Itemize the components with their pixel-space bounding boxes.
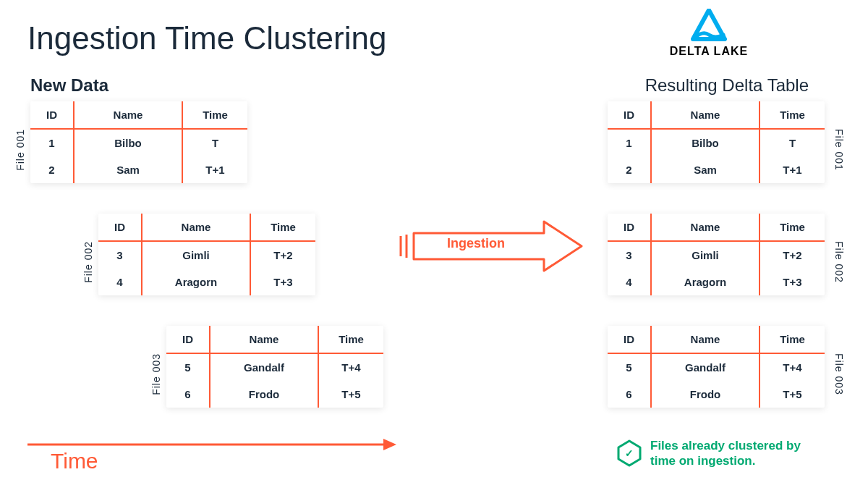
cell-time: T+2 [250,241,315,269]
cell-name: Aragorn [142,269,250,295]
result-card-1: ID Name Time 1 Bilbo T 2 Sam T+1 [608,101,825,183]
data-table: ID Name Time 5 Gandalf T+4 6 Frodo T+5 [608,326,825,408]
cell-id: 2 [608,156,651,183]
col-name: Name [651,214,760,241]
cell-id: 6 [608,381,651,408]
col-time: Time [760,214,825,241]
delta-lake-logo-text: DELTA LAKE [637,45,781,58]
cell-id: 6 [166,381,210,408]
col-time: Time [318,326,383,353]
col-time: Time [182,101,247,129]
cell-id: 4 [608,269,651,295]
col-name: Name [74,101,182,129]
cell-time: T+5 [318,381,383,408]
cell-time: T+3 [760,269,825,295]
cell-id: 3 [608,241,651,269]
file-label-right-2: File 002 [833,241,845,283]
cell-time: T+1 [182,156,247,183]
cell-name: Gandalf [651,353,760,381]
cell-time: T+2 [760,241,825,269]
col-id: ID [608,101,651,129]
col-id: ID [30,101,74,129]
cell-time: T+4 [760,353,825,381]
cell-name: Gimli [651,241,760,269]
file-label-left-2: File 002 [82,241,94,283]
cell-name: Aragorn [651,269,760,295]
cell-name: Bilbo [74,129,182,156]
cell-id: 4 [98,269,142,295]
hexagon-check-icon: ✓ [617,439,642,467]
cell-name: Gimli [142,241,250,269]
cell-id: 1 [608,129,651,156]
result-card-3: ID Name Time 5 Gandalf T+4 6 Frodo T+5 [608,326,825,408]
file-label-right-1: File 001 [833,129,845,171]
resulting-table-heading: Resulting Delta Table [645,75,809,96]
svg-text:✓: ✓ [625,447,634,459]
new-data-heading: New Data [30,75,109,96]
table-row: 6 Frodo T+5 [608,381,825,408]
data-table: ID Name Time 1 Bilbo T 2 Sam T+1 [30,101,247,183]
table-row: 5 Gandalf T+4 [166,353,383,381]
table-row: 1 Bilbo T [608,129,825,156]
col-name: Name [651,326,760,353]
file-label-right-3: File 003 [833,353,845,395]
col-id: ID [166,326,210,353]
col-time: Time [760,101,825,129]
table-row: 3 Gimli T+2 [98,241,315,269]
delta-lake-logo: DELTA LAKE [637,9,781,58]
time-axis-label: Time [51,449,98,473]
cell-name: Gandalf [210,353,318,381]
col-id: ID [98,214,142,241]
table-row: 4 Aragorn T+3 [608,269,825,295]
cell-id: 5 [608,353,651,381]
col-name: Name [210,326,318,353]
cell-id: 5 [166,353,210,381]
data-table: ID Name Time 5 Gandalf T+4 6 Frodo T+5 [166,326,383,408]
table-row: 2 Sam T+1 [30,156,247,183]
table-row: 6 Frodo T+5 [166,381,383,408]
col-id: ID [608,214,651,241]
cell-name: Sam [651,156,760,183]
table-row: 3 Gimli T+2 [608,241,825,269]
col-id: ID [608,326,651,353]
table-row: 4 Aragorn T+3 [98,269,315,295]
file-label-left-1: File 001 [14,129,26,171]
result-card-2: ID Name Time 3 Gimli T+2 4 Aragorn T+3 [608,214,825,295]
table-row: 1 Bilbo T [30,129,247,156]
page-title: Ingestion Time Clustering [27,20,386,56]
cell-time: T [182,129,247,156]
callout-text: Files already clustered by time on inges… [650,438,824,469]
new-data-card-2: ID Name Time 3 Gimli T+2 4 Aragorn T+3 [98,214,315,295]
cell-id: 3 [98,241,142,269]
col-name: Name [651,101,760,129]
delta-lake-triangle-icon [689,9,729,43]
ingestion-arrow-label: Ingestion [447,236,505,251]
success-callout: ✓ Files already clustered by time on ing… [617,438,824,469]
new-data-card-3: ID Name Time 5 Gandalf T+4 6 Frodo T+5 [166,326,383,408]
col-time: Time [760,326,825,353]
col-name: Name [142,214,250,241]
cell-time: T+4 [318,353,383,381]
cell-id: 2 [30,156,74,183]
new-data-card-1: ID Name Time 1 Bilbo T 2 Sam T+1 [30,101,247,183]
cell-name: Frodo [210,381,318,408]
cell-time: T+1 [760,156,825,183]
table-row: 2 Sam T+1 [608,156,825,183]
data-table: ID Name Time 1 Bilbo T 2 Sam T+1 [608,101,825,183]
cell-time: T [760,129,825,156]
cell-time: T+3 [250,269,315,295]
table-row: 5 Gandalf T+4 [608,353,825,381]
cell-name: Sam [74,156,182,183]
data-table: ID Name Time 3 Gimli T+2 4 Aragorn T+3 [98,214,315,295]
file-label-left-3: File 003 [150,353,162,395]
svg-marker-1 [383,439,396,450]
cell-name: Frodo [651,381,760,408]
data-table: ID Name Time 3 Gimli T+2 4 Aragorn T+3 [608,214,825,295]
cell-time: T+5 [760,381,825,408]
cell-id: 1 [30,129,74,156]
cell-name: Bilbo [651,129,760,156]
col-time: Time [250,214,315,241]
